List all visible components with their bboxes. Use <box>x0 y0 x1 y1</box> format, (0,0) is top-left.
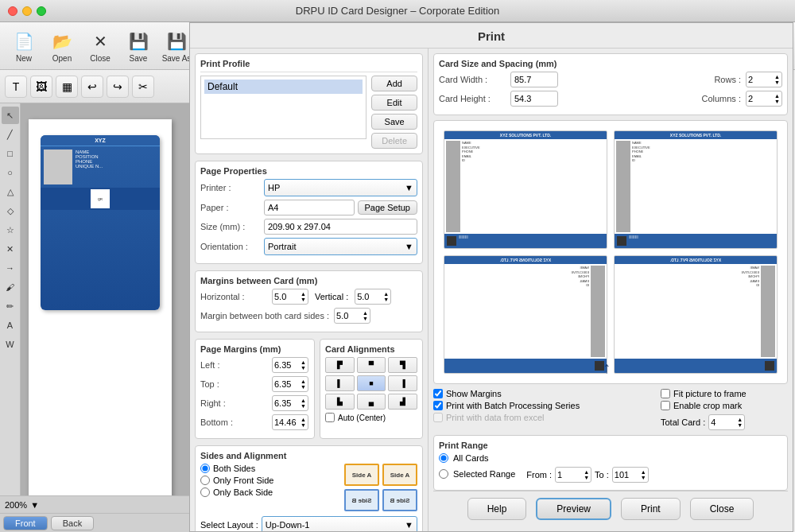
select-tool[interactable]: ↖ <box>2 107 19 124</box>
page-setup-button[interactable]: Page Setup <box>358 200 418 215</box>
preview-button[interactable]: Preview <box>536 498 611 520</box>
close-dialog-button[interactable]: Close <box>690 498 754 520</box>
zoom-bar: 200% ▼ <box>0 495 190 513</box>
horizontal-arrows[interactable]: ▲▼ <box>301 291 306 302</box>
auto-center-checkbox[interactable] <box>325 413 335 422</box>
both-sides-spinner[interactable]: 5.0 ▲▼ <box>334 308 370 324</box>
content-area: T 🖼 ▦ ↩ ↪ ✂ ↖ ╱ □ ○ △ ◇ ☆ ✕ → 🖌 <box>0 70 795 532</box>
maximize-traffic-light[interactable] <box>37 6 46 16</box>
page-properties-label: Page Properties <box>200 166 417 176</box>
text-insert-tool[interactable]: A <box>2 316 19 334</box>
cross-tool[interactable]: ✕ <box>2 240 19 258</box>
zoom-chevron-icon[interactable]: ▼ <box>30 500 39 510</box>
fit-picture-checkbox[interactable] <box>661 389 670 398</box>
columns-arrows[interactable]: ▲▼ <box>774 93 780 104</box>
close-button[interactable]: ✕ Close <box>83 25 118 66</box>
align-middle-right[interactable]: ▐ <box>388 375 417 391</box>
rows-spinner[interactable]: 2 ▲▼ <box>746 72 782 87</box>
front-only-radio[interactable] <box>200 476 210 485</box>
rect-tool[interactable]: □ <box>2 145 19 162</box>
star-tool[interactable]: ☆ <box>2 221 19 239</box>
orientation-select[interactable]: Portrait ▼ <box>264 238 417 255</box>
print-button[interactable]: Print <box>621 498 681 520</box>
profile-list[interactable]: Default <box>200 76 366 139</box>
add-profile-button[interactable]: Add <box>371 76 417 91</box>
print-excel-checkbox[interactable] <box>433 413 443 422</box>
right-margin-spinner[interactable]: 6.35 ▲▼ <box>272 395 308 411</box>
new-button[interactable]: 📄 New <box>6 25 41 66</box>
back-only-option[interactable]: Only Back Side <box>200 487 338 497</box>
edit-profile-button[interactable]: Edit <box>371 95 417 111</box>
both-sides-radio[interactable] <box>200 464 210 473</box>
text-tool[interactable]: T <box>5 76 27 98</box>
all-cards-radio[interactable] <box>439 453 448 463</box>
close-traffic-light[interactable] <box>8 6 17 16</box>
line-tool[interactable]: ╱ <box>2 126 19 143</box>
cut-tool[interactable]: ✂ <box>132 76 154 98</box>
vertical-arrows[interactable]: ▲▼ <box>383 291 389 302</box>
horizontal-spinner[interactable]: 5.0 ▲▼ <box>272 289 308 305</box>
printer-select[interactable]: HP ▼ <box>264 179 417 196</box>
top-margin-spinner[interactable]: 6.35 ▲▼ <box>272 376 308 392</box>
show-margins-checkbox[interactable] <box>433 389 443 398</box>
delete-profile-button[interactable]: Delete <box>371 133 417 149</box>
bottom-margin-spinner[interactable]: 14.46 ▲▼ <box>272 414 308 430</box>
total-card-spinner[interactable]: 4 ▲▼ <box>708 414 745 430</box>
preview-card-3-photo <box>591 266 605 357</box>
image-tool[interactable]: 🖼 <box>30 76 52 98</box>
align-top-right[interactable]: ▜ <box>388 357 417 373</box>
preview-card-4-body: NAMEEXECUTIVEPHONEEMAILID <box>615 264 777 359</box>
ellipse-tool[interactable]: ○ <box>2 164 19 181</box>
back-only-radio[interactable] <box>200 487 210 497</box>
total-card-arrows[interactable]: ▲▼ <box>737 417 743 428</box>
enable-crop-row: Enable crop mark <box>661 401 788 410</box>
side-a-card-1: Side A <box>344 464 379 486</box>
selected-range-radio[interactable] <box>439 469 448 479</box>
close-icon: ✕ <box>87 29 113 54</box>
align-top-left[interactable]: ▛ <box>325 357 355 373</box>
enable-crop-checkbox[interactable] <box>661 401 670 410</box>
minimize-traffic-light[interactable] <box>22 6 32 16</box>
orientation-row: Orientation : Portrait ▼ <box>200 238 417 255</box>
right-arrows[interactable]: ▲▼ <box>301 398 306 409</box>
triangle-tool[interactable]: △ <box>2 183 19 200</box>
word-art-tool[interactable]: W <box>2 336 19 353</box>
align-bottom-center[interactable]: ▄ <box>357 394 386 410</box>
diamond-tool[interactable]: ◇ <box>2 202 19 219</box>
align-bottom-right[interactable]: ▟ <box>388 394 417 410</box>
align-top-center[interactable]: ▀ <box>357 357 386 373</box>
save-profile-button[interactable]: Save <box>371 114 417 130</box>
to-arrows[interactable]: ▲▼ <box>641 469 646 480</box>
left-arrows[interactable]: ▲▼ <box>301 359 306 371</box>
back-tab[interactable]: Back <box>51 516 94 530</box>
print-batch-checkbox[interactable] <box>433 401 443 410</box>
redo-tool[interactable]: ↪ <box>107 76 129 98</box>
rows-arrows[interactable]: ▲▼ <box>774 74 780 85</box>
front-only-option[interactable]: Only Front Side <box>200 476 338 485</box>
align-middle-center[interactable]: ■ <box>357 375 386 391</box>
left-margin-spinner[interactable]: 6.35 ▲▼ <box>272 357 308 373</box>
align-bottom-left[interactable]: ▙ <box>325 394 355 410</box>
save-button[interactable]: 💾 Save <box>121 25 156 66</box>
vertical-spinner[interactable]: 5.0 ▲▼ <box>355 289 391 305</box>
help-button[interactable]: Help <box>467 498 527 520</box>
align-middle-left[interactable]: ▌ <box>325 375 355 391</box>
from-arrows[interactable]: ▲▼ <box>584 469 589 480</box>
columns-spinner[interactable]: 2 ▲▼ <box>746 91 782 107</box>
barcode-tool[interactable]: ▦ <box>56 76 78 98</box>
from-spinner[interactable]: 1 ▲▼ <box>555 467 591 483</box>
pen-tool[interactable]: ✏ <box>2 297 19 315</box>
both-sides-option[interactable]: Both Sides <box>200 464 338 473</box>
undo-tool[interactable]: ↩ <box>81 76 103 98</box>
layout-select[interactable]: Up-Down-1 ▼ <box>262 516 417 531</box>
to-spinner[interactable]: 101 ▲▼ <box>612 467 649 483</box>
arrow-tool[interactable]: → <box>2 259 19 277</box>
front-tab[interactable]: Front <box>3 516 48 530</box>
top-arrows[interactable]: ▲▼ <box>301 379 306 390</box>
page-properties-section: Page Properties Printer : HP ▼ Paper : A <box>195 161 423 264</box>
paint-tool[interactable]: 🖌 <box>2 278 19 296</box>
bottom-arrows[interactable]: ▲▼ <box>301 417 306 428</box>
profile-default-item[interactable]: Default <box>204 80 363 94</box>
both-sides-arrows[interactable]: ▲▼ <box>363 310 368 321</box>
open-button[interactable]: 📂 Open <box>45 25 80 66</box>
